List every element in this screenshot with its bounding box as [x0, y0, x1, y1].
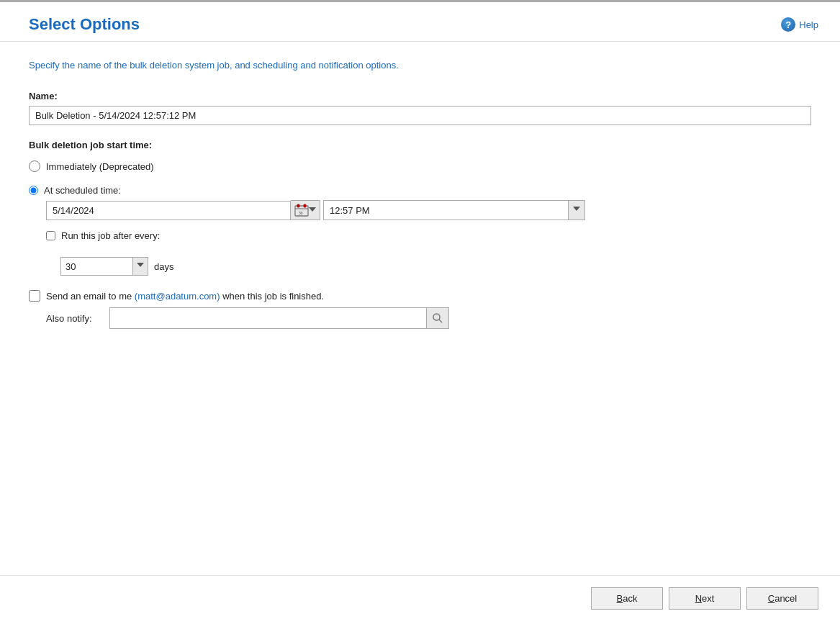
- date-input[interactable]: [46, 201, 291, 220]
- cancel-label-rest: ancel: [774, 593, 797, 604]
- scheduled-label[interactable]: At scheduled time:: [44, 185, 121, 196]
- email-checkbox-row: Send an email to me (matt@adatum.com) wh…: [29, 290, 811, 302]
- help-link[interactable]: ? Help: [781, 17, 818, 32]
- page-title: Select Options: [29, 15, 140, 34]
- svg-rect-3: [304, 204, 306, 207]
- repeat-label[interactable]: Run this job after every:: [61, 230, 160, 241]
- back-button[interactable]: Back: [591, 587, 663, 610]
- help-icon: ?: [781, 17, 795, 32]
- description-text: Specify the name of the bulk deletion sy…: [29, 60, 811, 71]
- also-notify-input-wrap: [109, 307, 449, 329]
- svg-point-5: [433, 314, 440, 320]
- start-time-group: Bulk deletion job start time: Immediatel…: [29, 140, 811, 276]
- main-content: Specify the name of the bulk deletion sy…: [0, 42, 840, 575]
- repeat-checkbox[interactable]: [46, 231, 55, 240]
- search-icon: [432, 312, 443, 324]
- also-notify-input[interactable]: [109, 307, 426, 329]
- svg-line-6: [439, 320, 442, 322]
- cancel-button[interactable]: Cancel: [746, 587, 818, 610]
- name-input[interactable]: [29, 106, 811, 125]
- email-address: (matt@adatum.com): [135, 291, 220, 302]
- also-notify-search-button[interactable]: [426, 307, 449, 329]
- page-header: Select Options ? Help: [0, 2, 840, 42]
- email-label-prefix: Send an email to me: [46, 291, 135, 302]
- scheduled-section: At scheduled time: 30: [29, 185, 811, 220]
- calendar-icon: 30: [294, 204, 309, 217]
- also-notify-label: Also notify:: [46, 313, 104, 324]
- immediately-label[interactable]: Immediately (Deprecated): [46, 161, 154, 172]
- calendar-dropdown-arrow: [309, 205, 316, 216]
- email-label-suffix: when this job is finished.: [220, 291, 325, 302]
- back-label-rest: ack: [623, 593, 637, 604]
- interval-chevron-icon: [137, 263, 144, 270]
- time-input[interactable]: [323, 200, 568, 220]
- calendar-button[interactable]: 30: [291, 200, 320, 220]
- svg-text:30: 30: [299, 211, 303, 215]
- also-notify-row: Also notify:: [46, 307, 811, 329]
- name-label: Name:: [29, 91, 811, 101]
- svg-rect-2: [297, 204, 299, 207]
- repeat-section: Run this job after every: days: [46, 230, 811, 276]
- scheduled-radio[interactable]: [29, 186, 38, 195]
- time-chevron-icon: [573, 207, 580, 214]
- interval-wrap: days: [60, 257, 811, 276]
- scheduled-radio-row: At scheduled time:: [29, 185, 811, 196]
- next-button[interactable]: Next: [669, 587, 741, 610]
- email-checkbox-label[interactable]: Send an email to me (matt@adatum.com) wh…: [46, 291, 324, 302]
- help-label: Help: [799, 19, 818, 30]
- start-time-label: Bulk deletion job start time:: [29, 140, 811, 150]
- days-label: days: [154, 261, 173, 272]
- immediately-radio[interactable]: [29, 160, 40, 172]
- footer: Back Next Cancel: [0, 575, 840, 624]
- name-field-group: Name:: [29, 91, 811, 125]
- notification-section: Send an email to me (matt@adatum.com) wh…: [29, 290, 811, 329]
- interval-input[interactable]: [60, 257, 132, 276]
- date-time-row: 30: [46, 200, 811, 220]
- time-dropdown-button[interactable]: [568, 200, 585, 220]
- interval-dropdown-button[interactable]: [132, 257, 148, 276]
- time-select-wrap: [323, 200, 585, 220]
- immediately-radio-row: Immediately (Deprecated): [29, 160, 811, 172]
- repeat-checkbox-row: Run this job after every:: [46, 230, 811, 241]
- email-checkbox[interactable]: [29, 290, 40, 302]
- next-label-rest: ext: [702, 593, 714, 604]
